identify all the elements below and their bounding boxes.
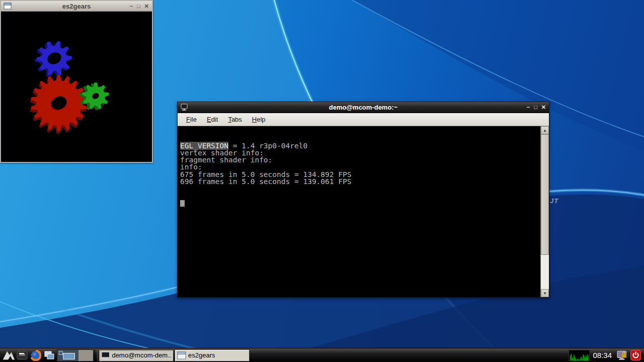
pager-window-es2gears: [59, 351, 63, 355]
power-icon: [630, 350, 641, 360]
window-icon: [177, 351, 186, 359]
maximize-button[interactable]: □: [534, 105, 537, 110]
scrollbar-thumb[interactable]: [541, 134, 549, 255]
terminal-output: EGL_VERSION = 1.4 r3p0-04rel0vertex shad…: [178, 126, 540, 297]
terminal-cursor: [180, 200, 185, 207]
terminal-titlebar[interactable]: demo@mcom-demo:~ − □ ✕: [178, 102, 549, 113]
firefox-icon: [30, 350, 41, 361]
terminal-icon: [101, 351, 110, 359]
terminal-line: EGL_VERSION = 1.4 r3p0-04rel0: [180, 142, 540, 149]
menu-tabs[interactable]: Tabs: [224, 114, 245, 125]
taskbar-task-es2gears[interactable]: es2gears: [175, 349, 250, 361]
terminal-line: vertex shader info:: [180, 149, 540, 156]
terminal-line: 675 frames in 5.0 seconds = 134.892 FPS: [180, 171, 540, 178]
terminal-menubar: FileEditTabsHelp: [178, 113, 549, 126]
logout-button[interactable]: [629, 349, 642, 362]
terminal-title: demo@mcom-demo:~: [178, 104, 549, 111]
file-manager-icon: [16, 350, 28, 361]
menu-button[interactable]: [2, 349, 15, 362]
menu-file[interactable]: File: [183, 114, 200, 125]
taskbar-divider: [95, 349, 98, 361]
file-manager-launcher[interactable]: [15, 349, 29, 362]
gears-graphic: [1, 12, 152, 162]
menu-logo-icon: [2, 349, 15, 361]
scroll-up-button[interactable]: ▲: [541, 126, 549, 134]
terminal-window[interactable]: demo@mcom-demo:~ − □ ✕ FileEditTabsHelp …: [177, 102, 549, 298]
workspace-1[interactable]: [57, 350, 78, 361]
terminal-scrollbar[interactable]: ▲ ▼: [540, 126, 549, 297]
terminal-body[interactable]: EGL_VERSION = 1.4 r3p0-04rel0vertex shad…: [178, 126, 549, 297]
task-label: demo@mcom-dem...: [112, 351, 171, 359]
taskbar: demo@mcom-dem... es2gears 08:34: [0, 348, 644, 362]
show-desktop-icon: [43, 350, 55, 361]
taskbar-task-terminal[interactable]: demo@mcom-dem...: [99, 349, 174, 361]
menu-edit[interactable]: Edit: [203, 114, 221, 125]
workspace-2[interactable]: [78, 350, 93, 361]
es2gears-title: es2gears: [1, 3, 152, 10]
show-desktop-button[interactable]: [42, 349, 56, 362]
es2gears-window[interactable]: es2gears − □ ✕: [0, 0, 153, 163]
scrollbar-track[interactable]: [541, 134, 549, 289]
scroll-down-button[interactable]: ▼: [541, 289, 549, 297]
wallpaper-watermark: JT: [550, 197, 558, 205]
clock: 08:34: [593, 351, 612, 359]
pager-window-terminal: [63, 353, 75, 359]
cpu-monitor[interactable]: [569, 350, 590, 361]
desktop: JT es2gears − □ ✕ demo@mcom-: [0, 0, 644, 362]
es2gears-viewport: [1, 12, 152, 162]
lock-screen-icon: [617, 350, 628, 361]
workspace-pager: [57, 349, 94, 361]
close-button[interactable]: ✕: [541, 105, 546, 110]
terminal-line: info:: [180, 163, 540, 170]
task-label: es2gears: [188, 351, 215, 359]
terminal-line: 696 frames in 5.0 seconds = 139.061 FPS: [180, 178, 540, 185]
firefox-launcher[interactable]: [29, 349, 42, 362]
menu-help[interactable]: Help: [249, 114, 269, 125]
minimize-button[interactable]: −: [527, 105, 530, 110]
lock-screen-button[interactable]: [615, 349, 629, 362]
terminal-line: fragment shader info:: [180, 156, 540, 163]
es2gears-titlebar[interactable]: es2gears − □ ✕: [1, 1, 152, 12]
